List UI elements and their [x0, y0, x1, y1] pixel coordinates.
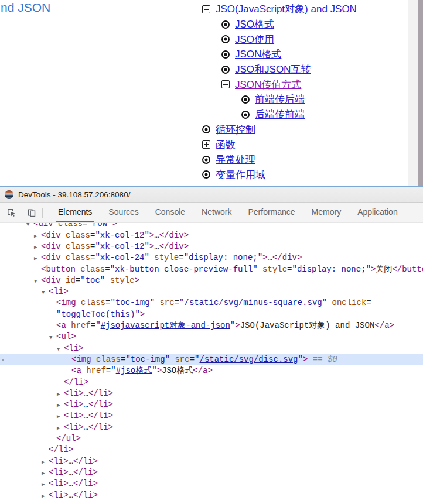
- attr-link-token[interactable]: /static/svg/disc.svg: [199, 355, 298, 364]
- tree-row[interactable]: </ul>: [0, 433, 423, 444]
- toc-link[interactable]: 变量作用域: [216, 168, 265, 181]
- tag-token: </li>: [73, 491, 98, 500]
- toc-link[interactable]: JSO使用: [235, 33, 274, 46]
- inspect-icon[interactable]: [2, 204, 20, 221]
- device-toolbar-icon[interactable]: [22, 204, 40, 221]
- toc-item: 变量作用域: [202, 167, 357, 183]
- tree-row[interactable]: ▼<div id="toc" style>: [0, 275, 423, 286]
- page-scrollbar-track[interactable]: [408, 0, 418, 186]
- tab-sources[interactable]: Sources: [100, 203, 146, 222]
- attr-name-token: style: [258, 265, 287, 274]
- tab-memory[interactable]: Memory: [303, 203, 350, 222]
- tab-elements[interactable]: Elements: [50, 203, 100, 222]
- tree-row[interactable]: ▶<li>…</li>: [0, 399, 423, 410]
- toc-link[interactable]: JSO格式: [235, 18, 274, 31]
- toc-link[interactable]: JSON传值方式: [235, 78, 301, 91]
- selected-node-hint: == $0: [308, 355, 337, 364]
- toc-item: 前端传后端: [241, 92, 357, 107]
- tab-console[interactable]: Console: [147, 203, 193, 222]
- toc-link[interactable]: JSON格式: [235, 47, 281, 61]
- site-favicon-icon: [5, 190, 13, 199]
- plus-square-icon[interactable]: [202, 140, 210, 149]
- attr-value-token: ": [298, 355, 303, 364]
- attr-value-token: "xk-col-12": [95, 231, 149, 240]
- disc-icon: [221, 50, 230, 59]
- attr-link-token[interactable]: #jsojavascript对象-and-json: [101, 321, 230, 330]
- tag-token: </li>: [88, 400, 113, 409]
- attr-link-token[interactable]: /static/svg/minus-square.svg: [184, 298, 322, 307]
- tag-token: <li>: [64, 400, 84, 409]
- text-token: =: [190, 355, 195, 364]
- tag-token: <img: [71, 355, 91, 364]
- expand-arrow-closed-icon[interactable]: ▶: [42, 491, 49, 502]
- tab-performance[interactable]: Performance: [240, 203, 303, 222]
- tree-row[interactable]: ▶<li>…</li>: [0, 388, 423, 399]
- tree-row[interactable]: ▶<div class="xk-col-24" style="display: …: [0, 252, 423, 263]
- tag-token: </div>: [159, 242, 189, 251]
- tag-token: <li>: [49, 457, 69, 466]
- tree-row[interactable]: ▶<li>…</li>: [0, 478, 423, 489]
- tree-row[interactable]: ▶<li>…</li>: [0, 456, 423, 467]
- attr-link-token[interactable]: #jso格式: [116, 366, 152, 375]
- toc-link[interactable]: 后端传前端: [255, 108, 305, 121]
- disc-icon: [241, 95, 250, 104]
- tree-row[interactable]: ▼<ul>: [0, 331, 423, 342]
- tree-row[interactable]: <a href="#jso格式">JSO格式</a>: [0, 365, 423, 376]
- toc-item: JSO(JavaScript对象) and JSON: [202, 2, 357, 17]
- tree-row[interactable]: <a href="#jsojavascript对象-and-json">JSO(…: [0, 320, 423, 331]
- disc-icon: [241, 111, 250, 119]
- toc-link[interactable]: JSO和JSON互转: [235, 63, 311, 76]
- tree-row[interactable]: <button class="xk-button close-preview-f…: [0, 264, 423, 275]
- tag-token: </li>: [73, 479, 98, 488]
- tab-application[interactable]: Application: [349, 203, 406, 222]
- tag-token: >: [157, 366, 162, 375]
- toc-link[interactable]: 异常处理: [216, 153, 255, 166]
- toc-link[interactable]: JSO(JavaScript对象) and JSON: [216, 2, 357, 16]
- tree-row-selected[interactable]: <img class="toc-img" src="/static/svg/di…: [0, 354, 423, 365]
- text-token: …: [69, 468, 73, 477]
- page-scrollbar-thumb[interactable]: [418, 0, 423, 186]
- tag-token: <li>: [49, 479, 69, 488]
- tree-row[interactable]: ▶<li>…</li>: [0, 410, 423, 421]
- text-token: =: [287, 265, 292, 274]
- tag-token: </li>: [73, 457, 98, 466]
- text-token: =: [179, 253, 183, 262]
- minus-square-icon[interactable]: [221, 80, 230, 88]
- text-token: …: [69, 457, 73, 466]
- tag-token: <li>: [64, 344, 84, 353]
- attr-name-token: style: [105, 276, 134, 285]
- toc-item: JSON格式: [221, 47, 357, 62]
- text-token: …: [84, 389, 88, 398]
- disc-icon: [202, 170, 210, 179]
- tree-row[interactable]: "toggleToc(this)">: [0, 309, 423, 320]
- tag-token: >: [262, 253, 267, 262]
- tree-row[interactable]: ▶<div class="xk-col-12">…</div>: [0, 230, 423, 241]
- tab-network[interactable]: Network: [193, 203, 240, 222]
- attr-value-token: "toggleToc(this)": [56, 310, 140, 319]
- tree-row[interactable]: ▶<div class="xk-col-12">…</div>: [0, 241, 423, 252]
- tree-row[interactable]: ▼<li>: [0, 286, 423, 297]
- toc-item: 函数: [202, 137, 357, 152]
- tree-row[interactable]: ▶<li>…</li>: [0, 467, 423, 478]
- attr-name-token: class: [61, 231, 90, 240]
- toc-list: JSO(JavaScript对象) and JSONJSO格式JSO使用JSON…: [202, 2, 357, 182]
- attr-name-token: style: [149, 253, 179, 262]
- tree-row[interactable]: </li>: [0, 444, 423, 455]
- minus-square-icon[interactable]: [202, 5, 210, 13]
- toc-link[interactable]: 循环控制: [216, 123, 255, 136]
- text-token: =: [106, 366, 111, 375]
- toc-link[interactable]: 函数: [216, 138, 236, 152]
- attr-value-token: "toc-img": [125, 355, 170, 364]
- toc-link[interactable]: 前端传后端: [255, 92, 305, 106]
- tag-token: >: [149, 242, 154, 251]
- tree-row[interactable]: </li>: [0, 377, 423, 388]
- tree-row[interactable]: ▶<li>…</li>: [0, 490, 423, 501]
- tree-row[interactable]: <img class="toc-img" src="/static/svg/mi…: [0, 297, 423, 308]
- tag-token: <li>: [49, 491, 69, 500]
- text-token: …: [84, 423, 88, 432]
- attr-name-token: href: [81, 366, 106, 375]
- tag-token: <a: [71, 366, 81, 375]
- page-heading: nd JSON: [1, 1, 50, 15]
- tree-row[interactable]: ▼<li>: [0, 343, 423, 354]
- tree-row[interactable]: ▶<li>…</li>: [0, 422, 423, 433]
